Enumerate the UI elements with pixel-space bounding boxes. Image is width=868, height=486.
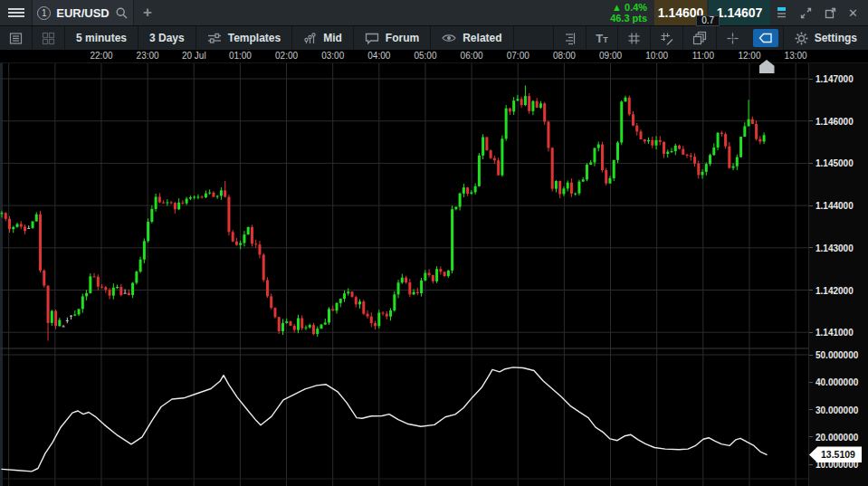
layout-grid-button[interactable] — [33, 26, 65, 50]
interval-button[interactable]: 5 minutes — [65, 26, 138, 50]
eye-icon — [442, 33, 456, 43]
time-label: 01:00 — [229, 51, 252, 61]
speech-bubble-icon — [365, 32, 379, 44]
price-change: ▲ 0.4% 46.3 pts — [610, 2, 647, 24]
price-buttons: 1.14600 1.14607 0.7 — [654, 0, 770, 25]
toolbar-right-group: TT — [553, 26, 868, 50]
range-label: 3 Days — [149, 32, 185, 44]
time-label: 06:00 — [461, 51, 483, 61]
text-size-icon: TT — [596, 32, 607, 45]
time-label: 05:00 — [414, 51, 436, 61]
popout-icon[interactable] — [824, 6, 837, 20]
scale-ruler-icon — [563, 32, 577, 45]
axis-tick — [809, 464, 813, 465]
axis-label: 40.000000 — [816, 377, 858, 387]
axis-label: 1.146000 — [816, 116, 854, 126]
settings-label: Settings — [815, 32, 857, 44]
crosshair-icon — [726, 32, 739, 45]
time-label: 08:00 — [553, 51, 576, 61]
text-size-button[interactable]: TT — [586, 26, 616, 50]
axis-tick — [809, 163, 813, 164]
add-tab-button[interactable]: + — [134, 0, 161, 25]
templates-label: Templates — [228, 32, 281, 44]
time-label: 12:00 — [738, 51, 760, 61]
templates-button[interactable]: Templates — [196, 26, 292, 50]
tab-number-icon: 1 — [37, 6, 51, 20]
time-axis[interactable]: 22:0023:0020 Jul01:0002:0003:0004:0005:0… — [0, 50, 868, 63]
time-label: 03:00 — [321, 51, 344, 61]
time-label: 13:00 — [785, 51, 807, 61]
axis-tick — [809, 436, 813, 437]
cascade-windows-button[interactable] — [682, 26, 716, 50]
hamburger-icon — [8, 6, 24, 19]
axis-label: 30.000000 — [816, 405, 858, 415]
axis-tick — [809, 382, 813, 383]
axis-tick — [809, 120, 813, 121]
range-button[interactable]: 3 Days — [138, 26, 196, 50]
mid-label: Mid — [323, 32, 342, 44]
change-points: 46.3 pts — [610, 13, 647, 24]
topbar-spacer — [161, 0, 610, 25]
crosshair-button[interactable] — [716, 26, 749, 50]
hash-pencil-icon — [660, 32, 673, 45]
time-label: 10:00 — [645, 51, 668, 61]
pointer-tool-button-active[interactable] — [753, 29, 778, 47]
gear-icon — [795, 32, 808, 45]
axis-label: 50.000000 — [816, 350, 858, 360]
axis-tick — [809, 205, 813, 206]
price-scale-button[interactable] — [553, 26, 586, 50]
cascade-windows-icon — [692, 31, 707, 45]
window-controls: ✕ — [777, 0, 858, 25]
axis-label: 1.143000 — [816, 243, 854, 253]
axis-tick — [809, 290, 813, 291]
expand-icon[interactable] — [799, 6, 813, 20]
related-label: Related — [463, 32, 501, 44]
time-label: 04:00 — [367, 51, 390, 61]
candlestick-chart[interactable] — [0, 63, 808, 486]
chart-toolbar: 5 minutes 3 Days Templates Mid Forum Rel… — [0, 26, 868, 50]
time-label: 23:00 — [137, 51, 159, 61]
top-bar: 1 EUR/USD + ▲ 0.4% 46.3 pts 1.14600 1.14… — [0, 0, 868, 26]
gridlines-button[interactable] — [617, 26, 650, 50]
forum-button[interactable]: Forum — [354, 26, 431, 50]
axis-label: 1.145000 — [816, 158, 854, 168]
axis-label: 1.147000 — [816, 74, 854, 84]
axis-tick — [809, 409, 813, 410]
sliders-icon — [207, 32, 222, 44]
grid-layout-icon — [42, 32, 55, 45]
chart-area: 22:0023:0020 Jul01:0002:0003:0004:0005:0… — [0, 50, 868, 486]
close-icon[interactable]: ✕ — [848, 6, 858, 20]
time-label: 09:00 — [599, 51, 622, 61]
time-label: 02:00 — [275, 51, 298, 61]
up-triangle-icon: ▲ — [612, 2, 622, 13]
mid-price-icon — [303, 32, 317, 44]
tab-symbol: EUR/USD — [56, 6, 110, 20]
indicator-value-tag: 13.5109 — [809, 446, 862, 462]
axis-tick — [809, 247, 813, 248]
search-icon[interactable] — [115, 6, 129, 20]
change-percent: 0.4% — [625, 2, 647, 13]
time-label: 20 Jul — [182, 51, 206, 61]
hash-grid-icon — [627, 32, 641, 45]
draw-grid-button[interactable] — [650, 26, 682, 50]
chart-tab[interactable]: 1 EUR/USD — [33, 0, 134, 25]
related-button[interactable]: Related — [431, 26, 513, 50]
tag-pointer-icon — [758, 33, 773, 43]
axis-label: 1.142000 — [816, 285, 854, 295]
price-axis[interactable]: 1.1470001.1460001.1450001.1440001.143000… — [808, 63, 868, 486]
axis-tick — [809, 79, 813, 80]
settings-button[interactable]: Settings — [783, 26, 868, 50]
depth-ladder-icon[interactable] — [777, 6, 788, 19]
spread-value: 0.7 — [696, 15, 720, 26]
axis-tick — [809, 355, 813, 356]
list-icon — [9, 32, 23, 45]
axis-label: 20.000000 — [816, 432, 858, 442]
interval-label: 5 minutes — [76, 32, 127, 44]
time-label: 07:00 — [507, 51, 529, 61]
quote-list-button[interactable] — [0, 26, 33, 50]
time-label: 22:00 — [90, 51, 112, 61]
mid-price-button[interactable]: Mid — [292, 26, 354, 50]
menu-button[interactable] — [0, 0, 33, 25]
forum-label: Forum — [386, 32, 419, 44]
axis-tick — [809, 332, 813, 333]
